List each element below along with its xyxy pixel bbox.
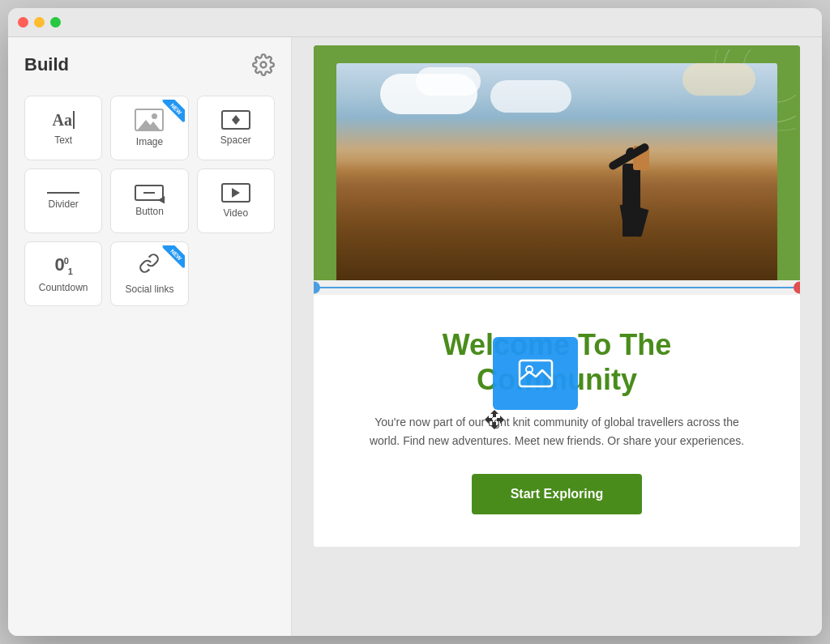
move-icon: [485, 410, 504, 429]
button-icon: [135, 185, 164, 201]
hero-image-area: [314, 45, 800, 280]
sidebar: Build Aa Text NEW: [8, 37, 292, 636]
resize-bar: [314, 280, 800, 295]
sidebar-header: Build: [24, 53, 275, 76]
titlebar: [8, 8, 822, 37]
widget-spacer[interactable]: Spacer: [197, 96, 275, 160]
svg-rect-4: [520, 360, 552, 386]
spacer-icon: [221, 110, 250, 130]
image-icon: [135, 109, 164, 131]
close-button[interactable]: [18, 17, 28, 28]
person-silhouette: [610, 139, 654, 237]
gear-icon[interactable]: [252, 53, 275, 76]
dragging-image-block[interactable]: [493, 337, 578, 410]
resize-handle-left[interactable]: [314, 282, 320, 294]
widget-divider[interactable]: Divider: [24, 168, 102, 233]
divider-icon: [47, 192, 79, 194]
cloud3: [490, 80, 571, 113]
widget-social-links[interactable]: NEW Social links: [110, 241, 188, 306]
cloud-warm: [682, 63, 755, 96]
welcome-desc: You're now part of our tight knit commun…: [362, 413, 751, 450]
widget-text[interactable]: Aa Text: [24, 96, 102, 160]
widget-video[interactable]: Video: [197, 168, 275, 233]
main-content: Build Aa Text NEW: [8, 37, 822, 636]
widget-countdown[interactable]: 001 Countdown: [24, 241, 102, 306]
terrain: [336, 161, 777, 280]
traffic-lights: [18, 17, 61, 28]
widget-grid: Aa Text NEW Image: [24, 96, 275, 306]
widget-image-label: Image: [136, 136, 163, 147]
widget-divider-label: Divider: [48, 198, 78, 210]
widget-image[interactable]: NEW Image: [110, 96, 188, 160]
resize-line: [314, 287, 800, 288]
social-links-icon: [139, 253, 160, 279]
widget-button-label: Button: [135, 206, 164, 217]
svg-point-0: [261, 62, 267, 68]
content-section: Welcome To The Community You're now part…: [314, 295, 800, 547]
widget-video-label: Video: [224, 207, 248, 219]
drag-cursor-icon: [485, 410, 504, 434]
app-window: Build Aa Text NEW: [8, 8, 822, 636]
button-icon-wrapper: [135, 185, 164, 201]
countdown-icon: 001: [54, 254, 72, 276]
cloud2: [416, 67, 481, 96]
widget-button[interactable]: Button: [110, 168, 188, 233]
cta-button[interactable]: Start Exploring: [472, 474, 643, 514]
text-icon: Aa: [52, 111, 74, 130]
email-canvas: Welcome To The Community You're now part…: [314, 45, 800, 547]
sidebar-title: Build: [24, 54, 69, 75]
dragging-image-icon: [518, 359, 554, 388]
widget-social-label: Social links: [125, 284, 173, 295]
widget-text-label: Text: [54, 134, 72, 146]
maximize-button[interactable]: [50, 17, 61, 28]
video-icon: [221, 183, 250, 203]
inner-photo: [336, 63, 777, 280]
canvas-area: Welcome To The Community You're now part…: [292, 37, 822, 636]
minimize-button[interactable]: [34, 17, 45, 28]
widget-countdown-label: Countdown: [39, 282, 88, 293]
widget-spacer-label: Spacer: [220, 134, 251, 146]
resize-handle-right[interactable]: [794, 282, 800, 294]
